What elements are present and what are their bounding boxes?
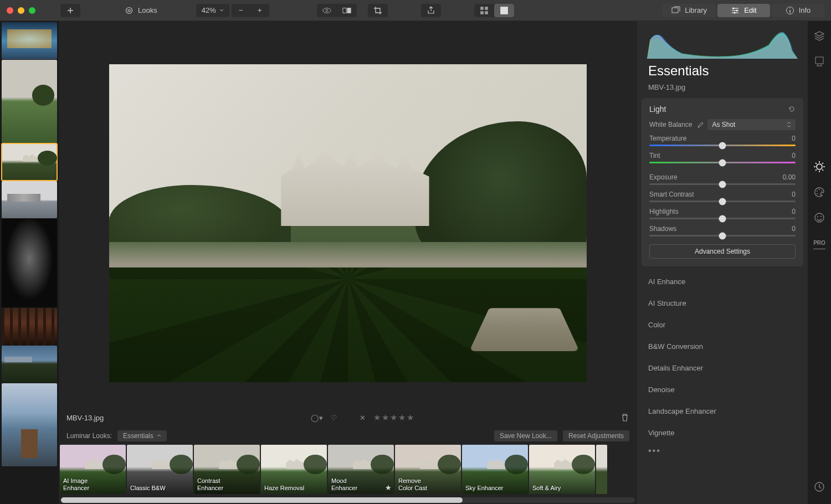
temperature-slider[interactable]: Temperature0: [649, 135, 796, 146]
favorite-button[interactable]: ♡: [331, 414, 337, 422]
histogram[interactable]: [647, 29, 798, 59]
svg-rect-10: [500, 7, 508, 14]
library-icon: [671, 6, 680, 15]
window-controls: [7, 7, 35, 14]
advanced-settings-button[interactable]: Advanced Settings: [649, 244, 796, 259]
tint-slider[interactable]: Tint0: [649, 152, 796, 163]
highlights-slider[interactable]: Highlights0: [649, 208, 796, 219]
wb-label: White Balance: [649, 121, 692, 128]
look-preset[interactable]: Haze Removal: [261, 445, 327, 494]
portrait-tool-icon[interactable]: [813, 212, 825, 224]
reset-adjustments-button[interactable]: Reset Adjustments: [563, 430, 629, 441]
viewer: MBV-13.jpg ◯▾ ♡ ✕ ★★★★★ Luminar Looks: E…: [59, 21, 637, 504]
look-preset[interactable]: AI Image Enhancer: [60, 445, 126, 494]
look-preset[interactable]: Soft & Airy: [529, 445, 595, 494]
light-title: Light: [649, 105, 666, 114]
preview-toggle-button[interactable]: [317, 4, 337, 17]
image-footer: MBV-13.jpg ◯▾ ♡ ✕ ★★★★★: [59, 408, 637, 427]
maximize-icon[interactable]: [29, 7, 35, 14]
zoom-in-button[interactable]: +: [250, 4, 269, 17]
svg-rect-11: [672, 8, 678, 13]
tool-rail: PRO: [808, 21, 831, 504]
section-ai-enhance[interactable]: AI Enhance: [637, 271, 808, 292]
save-look-button[interactable]: Save New Look...: [494, 430, 557, 441]
svg-rect-8: [480, 11, 484, 14]
svg-rect-9: [485, 11, 488, 14]
panel-filename: MBV-13.jpg: [637, 81, 808, 98]
tab-library[interactable]: Library: [663, 4, 716, 17]
looks-bar: Luminar Looks: Essentials Save New Look.…: [59, 427, 637, 445]
reset-light-button[interactable]: [788, 105, 796, 113]
delete-button[interactable]: [620, 413, 629, 422]
zoom-dropdown[interactable]: 42%: [196, 4, 229, 17]
tab-info[interactable]: Info: [772, 4, 824, 17]
look-preset[interactable]: Sky Enhancer: [462, 445, 528, 494]
section-landscape-enhancer[interactable]: Landscape Enhancer: [637, 400, 808, 422]
section-denoise[interactable]: Denoise: [637, 379, 808, 400]
smart-contrast-slider[interactable]: Smart Contrast0: [649, 191, 796, 202]
eyedropper-icon[interactable]: [696, 121, 703, 128]
history-icon[interactable]: [813, 481, 825, 493]
thumbnail[interactable]: [2, 219, 57, 307]
svg-point-2: [323, 8, 331, 13]
looks-category-dropdown[interactable]: Essentials: [117, 430, 167, 441]
look-preset[interactable]: Mood Enhancer ★: [328, 445, 394, 494]
look-preset[interactable]: [596, 445, 607, 494]
thumbnail[interactable]: [2, 346, 57, 383]
svg-rect-16: [815, 57, 823, 64]
share-button[interactable]: [421, 4, 441, 17]
section-ai-structure[interactable]: AI Structure: [637, 292, 808, 314]
canvas-icon[interactable]: [813, 55, 825, 68]
svg-point-14: [734, 12, 736, 13]
looks-label: Looks: [138, 6, 157, 14]
thumbnail-selected[interactable]: [2, 143, 57, 181]
more-icon[interactable]: •••: [637, 444, 808, 460]
svg-rect-6: [480, 7, 484, 10]
thumbnail[interactable]: [2, 60, 57, 143]
creative-tool-icon[interactable]: [813, 186, 825, 198]
scroll-thumb[interactable]: [61, 497, 463, 503]
compare-button[interactable]: [337, 4, 357, 17]
looks-button[interactable]: Looks: [119, 4, 163, 17]
layers-icon[interactable]: [813, 30, 825, 42]
svg-rect-5: [347, 8, 351, 13]
sections-list: AI EnhanceAI StructureColorB&W Conversio…: [637, 271, 808, 444]
close-icon[interactable]: [7, 7, 13, 14]
look-preset[interactable]: Classic B&W: [127, 445, 193, 494]
svg-point-3: [326, 9, 328, 12]
looks-scrollbar[interactable]: [61, 497, 635, 503]
thumbnail[interactable]: [2, 308, 57, 345]
svg-point-20: [821, 191, 822, 192]
shadows-slider[interactable]: Shadows0: [649, 225, 796, 236]
svg-point-1: [128, 9, 130, 12]
look-preset[interactable]: Remove Color Cast: [395, 445, 461, 494]
grid-view-button[interactable]: [474, 4, 494, 17]
minimize-icon[interactable]: [18, 7, 24, 14]
section-b-w-conversion[interactable]: B&W Conversion: [637, 336, 808, 357]
essentials-tool-icon[interactable]: [813, 161, 825, 173]
tab-edit[interactable]: Edit: [717, 4, 770, 17]
zoom-out-button[interactable]: −: [232, 4, 250, 17]
crop-button[interactable]: [368, 4, 388, 17]
main-image[interactable]: [109, 64, 587, 382]
filmstrip: [0, 21, 59, 504]
thumbnail[interactable]: [2, 181, 57, 218]
section-vignette[interactable]: Vignette: [637, 422, 808, 444]
exposure-slider[interactable]: Exposure0.00: [649, 173, 796, 185]
single-view-button[interactable]: [494, 4, 514, 17]
reject-button[interactable]: ✕: [360, 414, 366, 422]
rating-stars[interactable]: ★★★★★: [373, 413, 414, 423]
pro-tool-icon[interactable]: PRO: [813, 237, 825, 249]
look-preset[interactable]: Contrast Enhancer: [194, 445, 260, 494]
color-tag-button[interactable]: ◯▾: [311, 414, 323, 422]
wb-dropdown[interactable]: As Shot: [707, 119, 796, 130]
section-color[interactable]: Color: [637, 314, 808, 336]
info-icon: [786, 6, 794, 15]
add-button[interactable]: [60, 4, 80, 17]
looks-row: AI Image Enhancer Classic B&W Contrast E…: [59, 445, 637, 497]
svg-point-0: [126, 7, 132, 13]
section-details-enhancer[interactable]: Details Enhancer: [637, 357, 808, 379]
thumbnail[interactable]: [2, 22, 57, 59]
thumbnail[interactable]: [2, 383, 57, 466]
svg-point-18: [817, 191, 818, 192]
